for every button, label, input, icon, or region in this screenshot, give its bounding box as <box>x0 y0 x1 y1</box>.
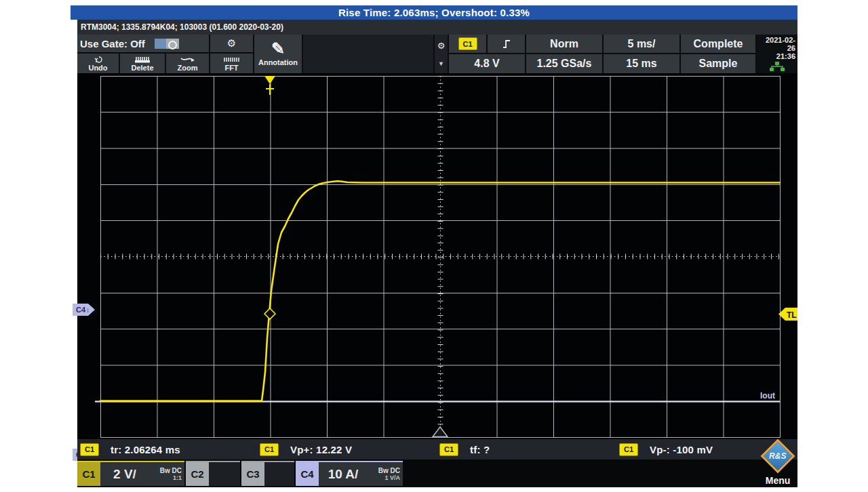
trigger-point-diamond <box>264 308 275 319</box>
center-axes <box>100 76 780 437</box>
trace-name-label: Iout <box>760 391 775 401</box>
annotation-label: Annotation <box>258 58 298 66</box>
annotation-button[interactable]: ✎ Annotation <box>254 35 302 73</box>
pencil-icon: ✎ <box>271 41 285 56</box>
zoom-label: Zoom <box>178 64 198 72</box>
channel-bw-coupling: Bw DC <box>378 467 400 474</box>
acquisition-settings-button[interactable]: ⚙ ▼ <box>435 35 448 73</box>
graticule-canvas: TL Iout <box>77 73 797 439</box>
measurement-value: tr: 2.06264 ms <box>111 444 180 455</box>
zoom-button[interactable]: Zoom <box>166 54 209 73</box>
annotation-canvas-strip <box>303 35 433 73</box>
lasso-icon <box>180 55 196 64</box>
time-label: 21:36 <box>759 52 795 60</box>
measurement-value: tf: ? <box>470 444 490 455</box>
oscilloscope-screen: RTM3004; 1335.8794K04; 103003 (01.600 20… <box>77 20 797 487</box>
waveform-display: TL Iout C4 ↕ C4 <box>77 73 797 439</box>
menu-corner: R&S Menu <box>757 438 799 487</box>
trigger-level-flag-label: TL <box>787 310 797 320</box>
measurement-vp-plus: C1 Vp+: 12.22 V <box>260 439 352 459</box>
measurement-fall-time: C1 tf: ? <box>439 439 490 459</box>
channel-badge: C1 <box>77 462 100 486</box>
screenshot-root: Rise Time: 2.063ms; Overshoot: 0.33% RTM… <box>0 0 868 492</box>
channel-probe: 1 V/A <box>384 474 400 482</box>
use-gate-switch[interactable] <box>155 39 179 49</box>
device-info: RTM3004; 1335.8794K04; 103003 (01.600 20… <box>77 20 797 35</box>
eraser-ruler-icon <box>134 55 151 64</box>
measurement-value: Vp-: -100 mV <box>650 444 713 455</box>
toggle-knob <box>168 41 177 49</box>
use-gate-label: Use Gate: Off <box>80 38 145 49</box>
ethernet-icon <box>768 61 786 72</box>
measurement-rise-time: C1 tr: 2.06264 ms <box>80 439 180 459</box>
comb-icon <box>223 55 241 64</box>
fft-label: FFT <box>224 64 238 72</box>
marker-label: C4 <box>76 306 85 314</box>
acquisition-info-grid: C1 Norm 5 ms/ Complete 4.8 V 1.25 GSa/s … <box>449 35 755 73</box>
trigger-level-flag[interactable]: TL <box>778 308 797 321</box>
toggle-on-half <box>155 39 166 49</box>
measurement-value: Vp+: 12.22 V <box>290 444 352 455</box>
rs-logo-text: R&S <box>769 451 786 461</box>
trigger-mode-cell[interactable]: Norm <box>526 35 602 53</box>
acq-time-cell: 15 ms <box>604 54 679 73</box>
gear-icon: ⚙ <box>227 37 236 49</box>
trigger-slope-cell[interactable] <box>488 35 525 53</box>
trigger-level-cell[interactable]: 4.8 V <box>449 54 525 73</box>
datetime-panel: 2021-02-26 21:36 <box>757 35 797 73</box>
use-gate-toggle-row[interactable]: Use Gate: Off <box>77 35 209 52</box>
channel-badge: C2 <box>186 462 209 486</box>
undo-button[interactable]: Undo <box>77 54 119 73</box>
trigger-source-cell[interactable]: C1 <box>449 35 486 53</box>
date-label: 2021-02-26 <box>759 36 795 52</box>
channel-scale: 10 A/ <box>319 462 368 486</box>
result-banner: Rise Time: 2.063ms; Overshoot: 0.33% <box>71 5 797 20</box>
channel-bw-coupling: Bw DC <box>160 467 182 474</box>
time-reference-marker[interactable] <box>433 427 448 437</box>
up-down-arrows-icon: ↕ <box>86 306 90 314</box>
measurement-vp-minus: C1 Vp-: -100 mV <box>619 439 713 459</box>
channel-box-c3[interactable]: C3 <box>241 461 294 486</box>
channel-bar: C1 2 V/ Bw DC 1:1 C2 C3 C4 10 A/ Bw DC 1… <box>77 459 797 487</box>
undo-icon <box>94 55 102 64</box>
gate-settings-button[interactable]: ⚙ <box>210 35 253 52</box>
channel-badge-c1: C1 <box>260 443 279 456</box>
timebase-cell[interactable]: 5 ms/ <box>604 35 679 53</box>
channel-badge-c1: C1 <box>458 37 477 50</box>
delete-button[interactable]: Delete <box>120 54 165 73</box>
channel-box-c1[interactable]: C1 2 V/ Bw DC 1:1 <box>77 461 184 486</box>
trigger-position-marker[interactable] <box>264 76 275 95</box>
acq-state-cell: Complete <box>681 35 755 53</box>
channel-badge-c1: C1 <box>619 443 638 456</box>
chevron-down-icon: ▼ <box>438 60 444 67</box>
rising-edge-icon <box>501 39 512 49</box>
channel-box-c4[interactable]: C4 10 A/ Bw DC 1 V/A <box>296 461 403 486</box>
top-toolbar: Use Gate: Off ⚙ Undo Delete <box>77 35 797 73</box>
rs-logo: R&S <box>761 439 795 474</box>
fft-button[interactable]: FFT <box>210 54 253 73</box>
channel-probe: 1:1 <box>173 474 182 482</box>
channel-badge-c1: C1 <box>80 443 99 456</box>
delete-label: Delete <box>131 64 153 72</box>
measurement-bar: C1 tr: 2.06264 ms C1 Vp+: 12.22 V C1 tf:… <box>77 439 797 459</box>
sample-rate-cell: 1.25 GSa/s <box>526 54 602 73</box>
menu-button[interactable]: Menu <box>757 475 799 486</box>
gear-icon: ⚙ <box>437 41 446 51</box>
undo-label: Undo <box>88 64 107 72</box>
channel-badge-c1: C1 <box>439 443 458 456</box>
channel-badge: C3 <box>241 462 264 486</box>
acq-mode-cell[interactable]: Sample <box>681 54 755 73</box>
channel-box-c2[interactable]: C2 <box>186 461 240 486</box>
channel-scale: 2 V/ <box>100 462 149 486</box>
channel-badge: C4 <box>296 462 319 486</box>
